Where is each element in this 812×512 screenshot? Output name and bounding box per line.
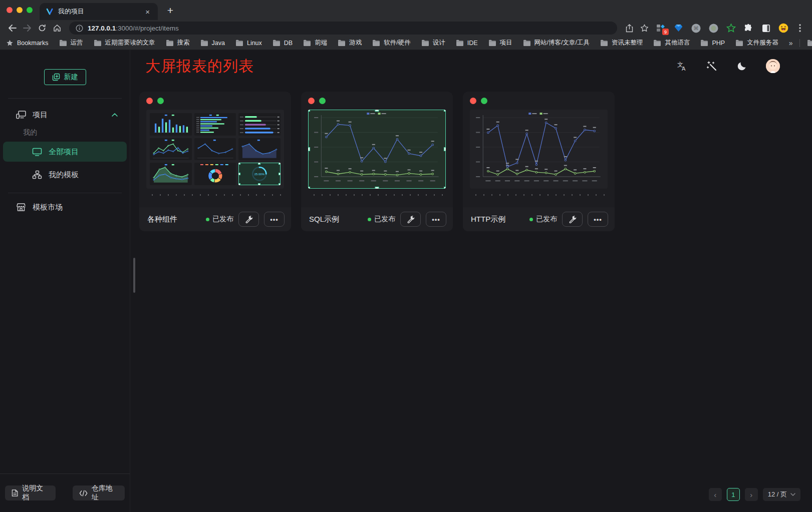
- browser-tab[interactable]: 我的项目 ×: [40, 3, 158, 20]
- bookmark-folder[interactable]: 游戏: [338, 39, 362, 47]
- page-title: 大屏报表的列表: [145, 56, 254, 77]
- more-options-button[interactable]: •••: [426, 212, 446, 227]
- bookmark-folder-label: 软件/硬件: [384, 39, 410, 47]
- status-label: 已发布: [212, 215, 233, 224]
- share-icon[interactable]: [622, 22, 636, 35]
- project-thumbnail[interactable]: [308, 110, 446, 189]
- bookmark-folder[interactable]: 资讯未整理: [600, 39, 643, 47]
- bookmark-folder[interactable]: 近期需要读的文章: [94, 39, 155, 47]
- sidebar-item-label: 全部项目: [49, 147, 79, 157]
- edit-hammer-button[interactable]: [562, 212, 583, 227]
- scrollbar-thumb[interactable]: [133, 258, 135, 293]
- prev-page-button[interactable]: ‹: [709, 488, 722, 501]
- publish-status: 已发布: [368, 215, 395, 224]
- project-thumbnail[interactable]: [470, 110, 608, 189]
- next-page-button[interactable]: ›: [745, 488, 758, 501]
- emoji-extension-icon[interactable]: [778, 23, 789, 34]
- close-window-button[interactable]: [7, 7, 13, 13]
- extension-circle-icon[interactable]: [708, 23, 719, 34]
- edit-hammer-button[interactable]: [238, 212, 259, 227]
- home-icon[interactable]: [50, 22, 64, 35]
- more-options-button[interactable]: •••: [588, 212, 608, 227]
- extension-command-icon[interactable]: ⌘: [690, 23, 701, 34]
- bookmark-folder[interactable]: 软件/硬件: [372, 39, 410, 47]
- page-size-select[interactable]: 12 / 页: [763, 488, 800, 501]
- docs-button[interactable]: 说明文档: [5, 485, 56, 500]
- bookmark-folder[interactable]: 设计: [421, 39, 445, 47]
- sidebar-item-all-projects[interactable]: 全部项目: [3, 142, 127, 162]
- sidebar-group-projects[interactable]: 项目: [16, 105, 118, 125]
- project-card[interactable]: HTTP示例 已发布 •••: [463, 92, 615, 231]
- bookmark-folder[interactable]: 文件服务器: [735, 39, 778, 47]
- bookmarks-manager[interactable]: Bookmarks: [6, 40, 49, 47]
- dark-mode-moon-icon[interactable]: [736, 60, 748, 72]
- bookmark-star-icon[interactable]: [637, 22, 651, 35]
- bookmark-folder[interactable]: 其他语言: [653, 39, 690, 47]
- bookmark-folder[interactable]: 前端: [303, 39, 327, 47]
- magic-wand-icon[interactable]: [706, 60, 718, 72]
- more-options-button[interactable]: •••: [264, 212, 285, 227]
- bookmark-folder[interactable]: 项目: [488, 39, 512, 47]
- edit-hammer-button[interactable]: [400, 212, 421, 227]
- sidebar-sublabel-mine: 我的: [23, 127, 130, 139]
- bookmark-folder[interactable]: IDE: [456, 40, 478, 47]
- zoom-window-button[interactable]: [27, 7, 33, 13]
- site-info-icon[interactable]: [76, 25, 83, 32]
- bookmarks-overflow-chevron[interactable]: »: [789, 39, 793, 47]
- reload-icon[interactable]: [35, 22, 49, 35]
- card-window-dots: [470, 98, 608, 104]
- bookmark-folder[interactable]: 网站/博客/文章/工具: [523, 39, 590, 47]
- other-bookmarks-folder[interactable]: 其他书签: [807, 39, 812, 47]
- minimize-window-button[interactable]: [17, 7, 23, 13]
- template-flow-icon: [32, 170, 42, 179]
- docs-button-label: 说明文档: [22, 484, 49, 502]
- folder-icon: [303, 40, 311, 46]
- folder-icon: [421, 40, 429, 46]
- card-window-dots: [308, 98, 446, 104]
- url-bar[interactable]: 127.0.0.1:3000/#/project/items: [69, 22, 617, 35]
- bookmark-folder[interactable]: DB: [273, 40, 293, 47]
- project-card[interactable]: SQL示例 已发布 •••: [301, 92, 453, 231]
- bookmark-folder[interactable]: 运营: [59, 39, 83, 47]
- bookmark-folder[interactable]: 搜索: [166, 39, 190, 47]
- extension-userscript-icon[interactable]: 9: [655, 23, 666, 34]
- chevron-down-icon: [790, 493, 795, 496]
- chrome-menu-icon[interactable]: [793, 22, 807, 35]
- sidebar-bottom-bar: 说明文档 仓库地址: [0, 473, 130, 512]
- forward-icon[interactable]: [20, 22, 34, 35]
- project-card[interactable]: 25.00% 各种组件 已发布 •••: [139, 92, 291, 231]
- current-page-button[interactable]: 1: [727, 488, 740, 501]
- translate-icon[interactable]: 文A: [676, 60, 688, 72]
- extension-green-star-icon[interactable]: [725, 23, 736, 34]
- status-dot: [206, 218, 209, 221]
- monitor-icon: [32, 148, 42, 156]
- new-tab-button[interactable]: +: [163, 3, 178, 18]
- dotted-separator: [310, 194, 444, 196]
- sidebar-item-template-market[interactable]: 模板市场: [16, 197, 118, 217]
- back-icon[interactable]: [5, 22, 19, 35]
- bookmark-folder-label: 近期需要读的文章: [105, 39, 155, 47]
- sidebar-item-my-templates[interactable]: 我的模板: [3, 165, 127, 185]
- user-avatar[interactable]: [766, 59, 780, 73]
- card-footer: 各种组件 已发布 •••: [139, 207, 291, 231]
- tab-close-icon[interactable]: ×: [143, 7, 152, 17]
- new-project-button[interactable]: 新建: [44, 69, 86, 85]
- extension-badge: 9: [662, 29, 669, 35]
- url-path: :3000/#/project/items: [116, 25, 178, 32]
- side-panel-icon[interactable]: [760, 23, 771, 34]
- devices-icon: [16, 110, 26, 119]
- project-name: 各种组件: [147, 215, 201, 224]
- bookmark-folder-label: 网站/博客/文章/工具: [534, 39, 590, 47]
- chevron-up-icon[interactable]: [112, 113, 118, 117]
- sidebar-divider-top: [8, 98, 122, 99]
- folder-icon: [523, 40, 531, 46]
- bookmark-folder[interactable]: Java: [200, 40, 225, 47]
- bookmark-folder[interactable]: PHP: [700, 40, 725, 47]
- extension-gem-icon[interactable]: [673, 23, 684, 34]
- repo-button[interactable]: 仓库地址: [73, 485, 125, 500]
- bookmark-folder[interactable]: Linux: [235, 40, 262, 47]
- extensions-puzzle-icon[interactable]: [743, 23, 754, 34]
- project-thumbnail[interactable]: 25.00%: [146, 110, 284, 189]
- bookmark-folder-label: 运营: [71, 39, 83, 47]
- url-host: 127.0.0.1: [88, 25, 116, 32]
